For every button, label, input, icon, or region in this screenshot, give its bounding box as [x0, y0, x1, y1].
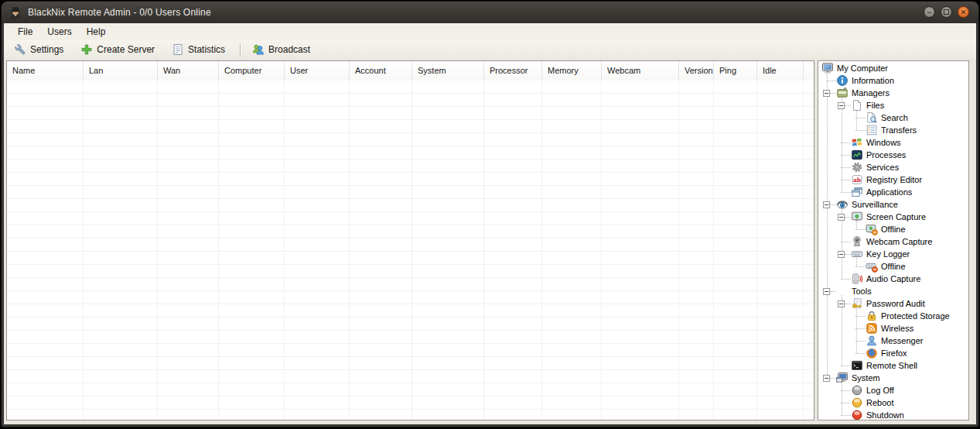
settings-button[interactable]: Settings: [10, 43, 67, 57]
tree-item-screen-capture[interactable]: Screen Capture: [818, 211, 968, 223]
tree-item-key-logger[interactable]: Key Logger: [818, 248, 968, 260]
close-button[interactable]: ✕: [958, 6, 969, 18]
computer-icon: [821, 62, 834, 74]
tree-item-wireless[interactable]: Wireless: [818, 322, 968, 335]
tree-item-protected-storage[interactable]: Protected Storage: [818, 310, 968, 322]
tree-expand-slot: [821, 87, 836, 99]
tree-dots: [845, 105, 851, 106]
tree-item-audio-capture[interactable]: Audio Capture: [818, 273, 968, 285]
create-server-button[interactable]: Create Server: [77, 43, 159, 57]
collapse-toggle-icon[interactable]: [838, 251, 845, 258]
column-header-name[interactable]: Name: [7, 61, 84, 81]
menu-help[interactable]: Help: [80, 25, 112, 39]
screen-offline-icon: [866, 223, 878, 235]
wireless-icon: [866, 322, 878, 335]
toolbar-button-label: Settings: [30, 44, 63, 55]
tree-item-my-computer[interactable]: My Computer: [818, 62, 968, 74]
column-header-account[interactable]: Account: [350, 61, 412, 81]
tree-item-shutdown[interactable]: Shutdown: [818, 409, 968, 420]
tree-item-label: Windows: [866, 138, 901, 147]
tree-item-label: My Computer: [837, 63, 888, 73]
tree-connector-slot: [851, 124, 866, 136]
sphere-red-icon: [851, 409, 863, 420]
plus-icon: [80, 43, 93, 56]
column-header-processor[interactable]: Processor: [484, 61, 542, 81]
tree-item-firefox[interactable]: Firefox: [818, 347, 968, 359]
collapse-toggle-icon[interactable]: [838, 300, 845, 307]
firefox-icon: [866, 347, 878, 359]
registry-icon: ab: [851, 173, 863, 186]
tree-item-transfers[interactable]: Transfers: [818, 124, 968, 136]
menu-users[interactable]: Users: [41, 25, 77, 39]
broadcast-icon: [252, 43, 265, 56]
tree-item-windows[interactable]: Windows: [818, 136, 968, 149]
tree-expand-slot: [821, 285, 836, 297]
sphere-gray-icon: [851, 384, 863, 396]
minimize-button[interactable]: −: [924, 6, 935, 18]
tree-item-label: Remote Shell: [866, 361, 917, 370]
grid-column-line: [803, 81, 804, 420]
broadcast-button[interactable]: Broadcast: [248, 43, 314, 57]
tree-item-remote-shell[interactable]: Remote Shell: [818, 359, 968, 372]
collapse-toggle-icon[interactable]: [838, 102, 845, 109]
tree-dots: [841, 242, 851, 242]
tree-item-label: Wireless: [881, 324, 913, 333]
tree-item-surveillance[interactable]: Surveillance: [818, 198, 968, 211]
command-tree-panel: My ComputerInformationManagersFilesSearc…: [818, 60, 969, 420]
audio-icon: [851, 273, 863, 285]
client-list-body: [7, 81, 814, 420]
collapse-toggle-icon[interactable]: [823, 201, 830, 208]
column-header-ping[interactable]: Ping: [714, 61, 757, 81]
tree-connector-slot: [851, 260, 866, 273]
column-header-memory[interactable]: Memory: [542, 61, 602, 81]
tree-expand-slot: [836, 297, 851, 310]
desktop: { "window": { "title": "BlackNix Remote …: [0, 0, 980, 429]
command-tree: My ComputerInformationManagersFilesSearc…: [818, 61, 968, 420]
column-header-lan[interactable]: Lan: [84, 61, 158, 81]
tree-item-registry-editor[interactable]: abRegistry Editor: [818, 173, 968, 186]
tree-item-label: Shutdown: [866, 410, 904, 420]
column-header-computer[interactable]: Computer: [219, 61, 285, 81]
menu-file[interactable]: File: [12, 25, 39, 39]
tree-dots: [841, 403, 851, 403]
tree-expand-slot: [821, 372, 836, 384]
tree-item-log-off[interactable]: Log Off: [818, 384, 968, 396]
column-header-webcam[interactable]: Webcam: [602, 61, 679, 81]
collapse-toggle-icon[interactable]: [823, 90, 830, 97]
tree-item-offline-1[interactable]: Offline: [818, 260, 968, 273]
tree-item-webcam-capture[interactable]: Webcam Capture: [818, 235, 968, 248]
tree-item-managers[interactable]: Managers: [818, 87, 968, 99]
tree-item-offline[interactable]: Offline: [818, 223, 968, 235]
tree-item-label: Processes: [866, 150, 906, 160]
tree-item-search[interactable]: Search: [818, 112, 968, 124]
tree-dots: [841, 180, 851, 180]
tree-item-label: Key Logger: [866, 249, 910, 259]
tree-dots: [830, 291, 836, 292]
tree-item-information[interactable]: Information: [818, 74, 968, 87]
collapse-toggle-icon[interactable]: [838, 214, 845, 221]
tree-item-applications[interactable]: Applications: [818, 186, 968, 198]
tree-item-label: Webcam Capture: [866, 237, 932, 246]
tree-item-files[interactable]: Files: [818, 99, 968, 112]
tree-item-messenger[interactable]: Messenger: [818, 335, 968, 347]
tree-dots: [855, 328, 866, 329]
tree-dots: [855, 118, 866, 118]
collapse-toggle-icon[interactable]: [823, 288, 830, 295]
maximize-button[interactable]: [941, 6, 952, 18]
statistics-button[interactable]: Statistics: [168, 43, 229, 57]
grid-column-line: [601, 81, 602, 420]
tree-item-label: Protected Storage: [881, 311, 950, 321]
column-header-user[interactable]: User: [285, 61, 350, 81]
collapse-toggle-icon[interactable]: [823, 375, 830, 382]
tree-item-tools[interactable]: Tools: [818, 285, 968, 297]
grid-column-line: [218, 81, 219, 420]
column-header-system[interactable]: System: [412, 61, 484, 81]
tree-item-services[interactable]: Services: [818, 161, 968, 173]
column-header-idle[interactable]: Idle: [757, 61, 804, 81]
tree-item-password-audit[interactable]: Password Audit: [818, 297, 968, 310]
tree-item-reboot[interactable]: Reboot: [818, 396, 968, 409]
column-header-version[interactable]: Version: [679, 61, 714, 81]
column-header-wan[interactable]: Wan: [158, 61, 219, 81]
tree-item-processes[interactable]: Processes: [818, 149, 968, 161]
tree-item-system[interactable]: System: [818, 372, 968, 384]
